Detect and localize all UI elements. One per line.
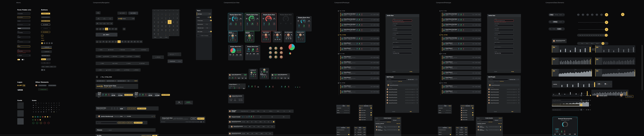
image-icon[interactable]: ▦ bbox=[588, 109, 589, 110]
scrollbar[interactable] bbox=[642, 45, 642, 90]
class-row[interactable]: Group Fitness 2 ⚇ Johnson Wallace...◉ Ro… bbox=[442, 55, 481, 59]
person-row[interactable]: Samuel Encarnacion samueltxencarnacion@g… bbox=[488, 91, 519, 93]
chat-icon[interactable]: ▭ bbox=[584, 104, 586, 106]
segment-option[interactable]: ••• bbox=[563, 21, 564, 22]
class-row[interactable]: Group Fitness 2 ⚇ Johnson Wallace...◉ Ro… bbox=[442, 85, 481, 89]
person-row[interactable]: Samuel Encarnacion samueltxencarnacion@g… bbox=[488, 102, 519, 104]
room-row[interactable]: Room 2✓ bbox=[438, 133, 452, 135]
image-icon[interactable]: ▦ bbox=[588, 100, 589, 101]
last-name-field[interactable]: McAdams bbox=[494, 29, 514, 31]
instructor-row[interactable]: Alexa Foster✓ bbox=[460, 114, 474, 116]
class-row[interactable]: Group Fitness 2 ⚇ Johnson Wallace...◉ Ro… bbox=[442, 47, 481, 51]
chevron-right-icon[interactable]: › bbox=[610, 84, 611, 85]
date-slider-dotted[interactable]: Feb20 bbox=[578, 21, 608, 24]
segment-option[interactable]: ••• bbox=[563, 14, 564, 15]
emoji-icon[interactable]: ☺ bbox=[590, 95, 591, 96]
send-button[interactable]: ✈ bbox=[580, 99, 582, 101]
date-knob[interactable]: July21 bbox=[605, 34, 608, 37]
date-step[interactable]: Feb 15 bbox=[582, 14, 584, 16]
emoji-icon[interactable]: ☺ bbox=[590, 100, 591, 101]
detected-person-row[interactable]: Samuel Encarnacion bbox=[488, 84, 519, 86]
more-icon[interactable]: ••• bbox=[615, 95, 617, 97]
done-button[interactable]: Done bbox=[449, 105, 451, 106]
month-tick[interactable]: Aug bbox=[580, 35, 581, 36]
date-knob[interactable]: May30 bbox=[602, 42, 604, 45]
person-row[interactable]: Samuel Encarnacion samueltxencarnacion@g… bbox=[488, 96, 519, 99]
message-input[interactable] bbox=[553, 95, 579, 96]
date-option[interactable]: 14October2017 bbox=[456, 129, 468, 131]
date-step[interactable]: Feb 16 bbox=[586, 14, 589, 16]
week-tick[interactable]: May 9 bbox=[586, 43, 588, 44]
image-icon[interactable]: ▦ bbox=[588, 104, 589, 106]
send-button[interactable]: ✈ bbox=[580, 109, 582, 111]
message-input[interactable] bbox=[553, 104, 579, 105]
first-name-field[interactable]: Andrea bbox=[494, 24, 514, 26]
name-card[interactable]: Samuel EncarnacionDisplay Name Here bbox=[552, 39, 566, 43]
segment-option[interactable]: 1-year bbox=[559, 21, 562, 22]
check-circle[interactable]: ✓ bbox=[450, 134, 451, 135]
segment-option[interactable]: 30-day bbox=[555, 14, 558, 15]
search-input[interactable] bbox=[490, 79, 508, 80]
filter-row[interactable]: ClubsMy Home Club › bbox=[438, 109, 452, 111]
mic-icon[interactable]: ⚲ bbox=[583, 104, 584, 106]
segment-option[interactable]: 7-day bbox=[549, 14, 554, 16]
invite-user-link[interactable]: + Invite User bbox=[488, 122, 492, 122]
contact-row[interactable]: Antoine LeBeenantoinelebeen@gmail.com ••… bbox=[596, 95, 617, 97]
check-circle[interactable]: ✓ bbox=[500, 129, 501, 130]
camera-icon[interactable]: ▣ bbox=[586, 95, 587, 96]
check-circle[interactable]: ✓ bbox=[472, 107, 473, 109]
month-tick[interactable]: Sep bbox=[582, 35, 583, 36]
instructor-row[interactable]: You✓ bbox=[460, 107, 474, 109]
date-knob[interactable]: Feb20 bbox=[605, 13, 608, 16]
emoji-icon[interactable]: ☺ bbox=[590, 104, 591, 106]
month-tick[interactable]: Jan bbox=[591, 35, 592, 36]
room-row[interactable]: Room 1✓ bbox=[438, 131, 452, 133]
email-field[interactable]: andreaadamsgmail.com bbox=[494, 20, 514, 22]
camera-icon[interactable]: ▣ bbox=[586, 104, 587, 106]
class-row[interactable]: Group Fitness 2 ⚇ Johnson Wallace...◉ Ro… bbox=[442, 66, 481, 70]
ms-id-field[interactable]: M-12345 bbox=[494, 38, 514, 40]
select-all-button[interactable]: Select All bbox=[498, 123, 502, 124]
date-option[interactable]: 15November2018 bbox=[456, 131, 468, 133]
check-circle[interactable]: ✓ bbox=[472, 117, 473, 118]
person-row[interactable]: Samuel Encarnacion samueltxencarnacion@g… bbox=[488, 99, 519, 101]
segment-option[interactable]: 7-day bbox=[549, 28, 552, 30]
month-tick[interactable]: Nov bbox=[586, 35, 588, 36]
week-tick[interactable]: May 2 bbox=[582, 43, 583, 44]
person-row[interactable]: Samuel Encarnacion samueltxencarnacion@g… bbox=[488, 94, 519, 96]
segment-option[interactable]: 30-day bbox=[552, 21, 558, 23]
mic-icon[interactable]: ⚲ bbox=[583, 109, 584, 110]
check-circle[interactable] bbox=[518, 91, 519, 92]
cancel-button[interactable]: Cancel bbox=[477, 118, 480, 118]
week-tick[interactable]: May 23 bbox=[596, 43, 598, 44]
class-row[interactable]: Group Fitness 2 ⚇ Johnson Wallace...◉ Ro… bbox=[442, 42, 481, 46]
week-tick[interactable]: May 16 bbox=[591, 43, 593, 44]
month-tick[interactable]: Apr bbox=[598, 35, 599, 36]
date-slider-solid[interactable]: Feb21 bbox=[578, 28, 608, 31]
mic-icon[interactable]: ⚲ bbox=[583, 100, 584, 101]
class-row[interactable]: Group Fitness Class Name ⚇ Johnson Walla… bbox=[442, 23, 481, 27]
send-button[interactable]: ✈ bbox=[580, 104, 582, 106]
chest-strap-field[interactable] bbox=[494, 43, 514, 45]
date-option[interactable]: 16December2019 bbox=[456, 133, 468, 135]
person-row[interactable]: Samuel Encarnacion samueltxencarnacion@g… bbox=[488, 88, 519, 90]
chat-icon[interactable]: ▭ bbox=[584, 109, 586, 110]
message-input[interactable] bbox=[553, 109, 579, 110]
select-all-button[interactable]: Select All bbox=[461, 105, 464, 106]
check-circle[interactable]: ✓ bbox=[450, 132, 451, 133]
done-button[interactable]: Done bbox=[449, 127, 451, 128]
date-step[interactable]: Feb 19 bbox=[600, 14, 603, 16]
class-row[interactable]: Group Fitness Class Name ⚇ Johnson Walla… bbox=[442, 18, 481, 22]
check-circle[interactable]: ✓ bbox=[472, 112, 473, 113]
cancel-button[interactable]: Cancel bbox=[487, 111, 504, 112]
instructor-row[interactable]: Alexa Foster✓ bbox=[460, 116, 474, 118]
check-circle[interactable]: ✓ bbox=[472, 119, 473, 120]
search-input[interactable] bbox=[479, 120, 493, 121]
camera-icon[interactable]: ▣ bbox=[586, 100, 587, 101]
class-row[interactable]: Group Fitness 2 ⚇ Johnson Wallace...◉ Ro… bbox=[442, 61, 481, 65]
check-circle[interactable]: ✓ bbox=[500, 126, 501, 127]
check-circle[interactable]: ✓ bbox=[472, 114, 473, 115]
filter-row[interactable]: RoomsMy Classes Only › bbox=[438, 111, 452, 114]
month-tick[interactable]: Feb bbox=[593, 35, 594, 36]
emoji-icon[interactable]: ☺ bbox=[590, 109, 591, 110]
